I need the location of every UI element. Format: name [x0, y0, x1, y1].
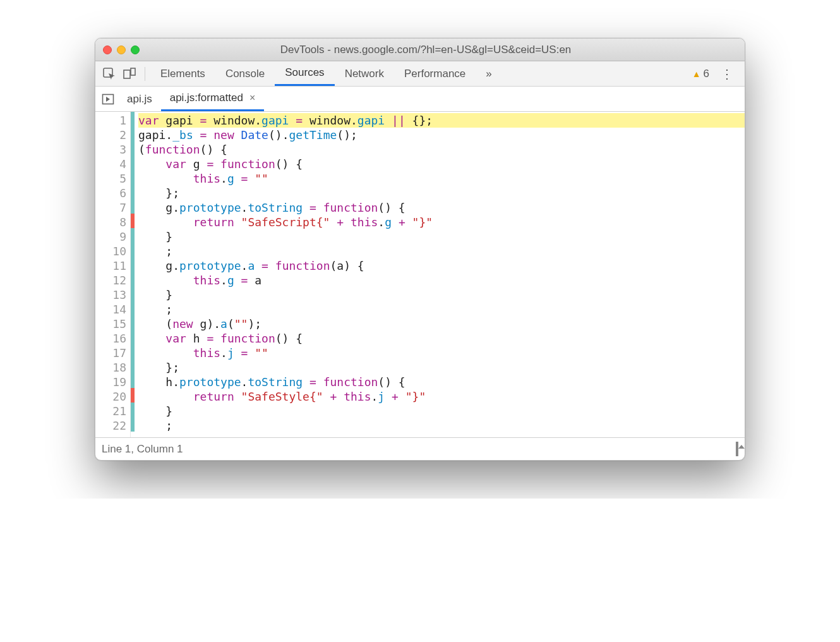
file-tab-label: api.js [127, 93, 152, 106]
warning-count[interactable]: ▲ 6 [692, 68, 709, 80]
zoom-window-button[interactable] [131, 45, 140, 54]
code-line[interactable]: }; [138, 186, 745, 200]
line-number[interactable]: 18 [95, 360, 126, 375]
code-line[interactable]: ; [138, 302, 745, 317]
tab-sources[interactable]: Sources [275, 61, 334, 86]
settings-menu-icon[interactable]: ⋮ [717, 66, 737, 82]
line-number[interactable]: 7 [95, 200, 126, 215]
code-line[interactable]: } [138, 229, 745, 244]
code-editor[interactable]: 12345678910111213141516171819202122 var … [95, 112, 745, 437]
warning-icon: ▲ [692, 69, 701, 79]
svg-rect-1 [124, 70, 130, 78]
line-number[interactable]: 8 [95, 215, 126, 229]
code-line[interactable]: h.prototype.toString = function() { [138, 375, 745, 389]
show-drawer-icon[interactable] [736, 443, 738, 456]
cursor-position: Line 1, Column 1 [102, 443, 183, 456]
code-line[interactable]: g.prototype.a = function(a) { [138, 258, 745, 273]
code-line[interactable]: (new g).a(""); [138, 317, 745, 331]
line-number[interactable]: 1 [95, 113, 126, 128]
file-tabstrip: api.jsapi.js:formatted× [95, 87, 745, 112]
line-number[interactable]: 10 [95, 244, 126, 258]
tab-elements[interactable]: Elements [150, 61, 215, 86]
code-line[interactable]: var g = function() { [138, 157, 745, 171]
line-number-gutter: 12345678910111213141516171819202122 [95, 112, 131, 437]
code-line[interactable]: return "SafeScript{" + this.g + "}" [138, 215, 745, 229]
line-number[interactable]: 11 [95, 258, 126, 273]
line-number[interactable]: 5 [95, 171, 126, 186]
code-line[interactable]: ; [138, 244, 745, 258]
line-number[interactable]: 6 [95, 186, 126, 200]
code-line[interactable]: } [138, 288, 745, 302]
tab-console[interactable]: Console [215, 61, 275, 86]
inspect-element-icon[interactable] [99, 64, 119, 84]
line-number[interactable]: 15 [95, 317, 126, 331]
titlebar: DevTools - news.google.com/?hl=en-US&gl=… [95, 39, 745, 61]
line-number[interactable]: 21 [95, 404, 126, 418]
code-line[interactable]: }; [138, 360, 745, 375]
code-line[interactable]: this.g = a [138, 273, 745, 288]
code-line[interactable]: (function() { [138, 142, 745, 157]
line-number[interactable]: 13 [95, 288, 126, 302]
code-line[interactable]: gapi._bs = new Date().getTime(); [138, 128, 745, 142]
line-number[interactable]: 16 [95, 331, 126, 346]
warning-count-value: 6 [704, 68, 709, 80]
devtools-window: DevTools - news.google.com/?hl=en-US&gl=… [95, 38, 745, 461]
close-icon[interactable]: × [249, 92, 255, 104]
line-number[interactable]: 17 [95, 346, 126, 360]
file-tab[interactable]: api.js [118, 87, 161, 111]
code-line[interactable]: g.prototype.toString = function() { [138, 200, 745, 215]
line-number[interactable]: 20 [95, 389, 126, 404]
tab-performance[interactable]: Performance [394, 61, 476, 86]
code-line[interactable]: ; [138, 418, 745, 433]
traffic-lights [103, 45, 140, 54]
main-tabstrip: ElementsConsoleSourcesNetworkPerformance… [95, 61, 745, 87]
status-bar: Line 1, Column 1 [95, 437, 745, 460]
line-number[interactable]: 2 [95, 128, 126, 142]
minimize-window-button[interactable] [117, 45, 126, 54]
code-body[interactable]: var gapi = window.gapi = window.gapi || … [135, 112, 745, 437]
file-tab[interactable]: api.js:formatted× [161, 87, 265, 111]
code-line[interactable]: this.j = "" [138, 346, 745, 360]
code-line[interactable]: this.g = "" [138, 171, 745, 186]
line-number[interactable]: 19 [95, 375, 126, 389]
code-line[interactable]: var h = function() { [138, 331, 745, 346]
file-tab-label: api.js:formatted [170, 92, 243, 104]
line-number[interactable]: 3 [95, 142, 126, 157]
code-line[interactable]: } [138, 404, 745, 418]
code-line[interactable]: return "SafeStyle{" + this.j + "}" [138, 389, 745, 404]
close-window-button[interactable] [103, 45, 112, 54]
line-number[interactable]: 4 [95, 157, 126, 171]
svg-rect-2 [131, 68, 135, 75]
tab-network[interactable]: Network [335, 61, 394, 86]
line-number[interactable]: 9 [95, 229, 126, 244]
line-number[interactable]: 14 [95, 302, 126, 317]
line-number[interactable]: 22 [95, 418, 126, 433]
device-toolbar-icon[interactable] [119, 64, 140, 84]
divider [145, 67, 145, 81]
overflow-tabs-button[interactable]: » [476, 61, 501, 86]
toggle-navigator-icon[interactable] [98, 90, 118, 108]
code-line[interactable]: var gapi = window.gapi = window.gapi || … [138, 113, 745, 128]
line-number[interactable]: 12 [95, 273, 126, 288]
window-title: DevTools - news.google.com/?hl=en-US&gl=… [150, 44, 737, 56]
